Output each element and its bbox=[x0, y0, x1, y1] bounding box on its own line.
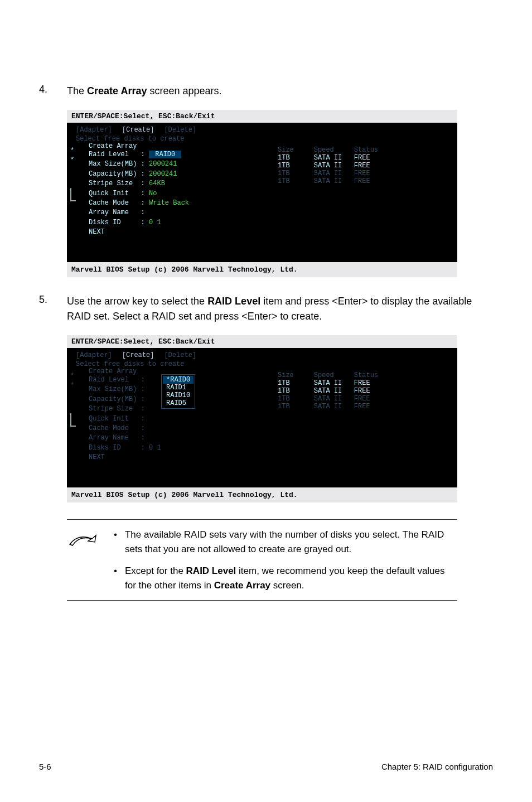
field-label: Quick Init bbox=[89, 415, 137, 423]
bold-text: Create Array bbox=[214, 580, 270, 591]
text: screen. bbox=[270, 580, 304, 591]
step-text: Use the arrow key to select the RAID Lev… bbox=[67, 294, 493, 324]
field-value: No bbox=[149, 190, 157, 197]
tab-adapter: [Adapter] bbox=[76, 351, 112, 359]
tab-create: [Create] bbox=[122, 126, 154, 134]
field-label: Stripe Size bbox=[89, 180, 137, 187]
bold-text: RAID Level bbox=[207, 296, 260, 307]
field-label: Array Name bbox=[89, 434, 137, 442]
bios-bottom-line: Marvell BIOS Setup (c) 2006 Marvell Tech… bbox=[67, 487, 457, 503]
star-marker: * bbox=[70, 146, 74, 156]
field-label: Disks ID bbox=[89, 444, 137, 452]
array-title: Create Array bbox=[88, 368, 138, 375]
text: Except for the bbox=[125, 566, 186, 576]
bios-tabs: [Adapter][Create][Delete] bbox=[72, 351, 452, 359]
field-rows: Raid Level : RAID0 Max Size(MB) : 200024… bbox=[89, 150, 266, 238]
disk-row: 1TB SATA II FREE bbox=[278, 162, 448, 170]
field-value-raid-level: RAID0 bbox=[149, 151, 181, 158]
bios-screenshot-1: ENTER/SPACE:Select, ESC:Back/Exit [Adapt… bbox=[67, 110, 457, 277]
disk-row: 1TB SATA II FREE bbox=[278, 154, 448, 162]
bold-text: RAID Level bbox=[186, 566, 236, 576]
disk-list: Size Speed Status 1TB SATA II FREE 1TB S… bbox=[278, 146, 448, 244]
disk-row: 1TB SATA II FREE bbox=[278, 403, 448, 410]
note-bullet: • The available RAID sets vary with the … bbox=[114, 528, 457, 556]
bios-top-hint: ENTER/SPACE:Select, ESC:Back/Exit bbox=[67, 110, 457, 123]
create-array-pane: * * Create Array Raid Level : Max Size(M… bbox=[83, 371, 272, 469]
bios-screenshot-2: ENTER/SPACE:Select, ESC:Back/Exit [Adapt… bbox=[67, 335, 457, 503]
note-text: • The available RAID sets vary with the … bbox=[114, 528, 457, 592]
field-label: Stripe Size bbox=[89, 405, 137, 413]
field-value: Write Back bbox=[149, 199, 189, 207]
disk-row: 1TB SATA II FREE bbox=[278, 379, 448, 387]
array-frame: Create Array Raid Level : RAID0 Max Size… bbox=[83, 146, 272, 244]
create-array-pane: * * Create Array Raid Level : RAID0 Max … bbox=[83, 146, 272, 244]
notch-markers: * * bbox=[70, 146, 79, 201]
step-number: 5. bbox=[39, 294, 67, 324]
text: The bbox=[67, 85, 87, 96]
disk-row: 1TB SATA II FREE bbox=[278, 177, 448, 185]
step-number: 4. bbox=[39, 84, 67, 99]
field-label: Capacity(MB) bbox=[89, 395, 137, 403]
bios-top-hint: ENTER/SPACE:Select, ESC:Back/Exit bbox=[67, 335, 457, 348]
array-title: Create Array bbox=[88, 142, 138, 150]
cut-marker bbox=[70, 188, 76, 201]
dropdown-item-raid5: RAID5 bbox=[163, 399, 194, 407]
bios-dark-area: [Adapter][Create][Delete] Select free di… bbox=[67, 123, 457, 262]
field-label: Max Size(MB) bbox=[89, 385, 137, 393]
text: Use the arrow key to select the bbox=[67, 296, 207, 307]
chapter-title: Chapter 5: RAID configuration bbox=[381, 762, 493, 771]
field-label: Cache Mode bbox=[89, 424, 137, 432]
step-text: The Create Array screen appears. bbox=[67, 84, 222, 99]
raid-dropdown: *RAID0 RAID1 RAID10 RAID5 bbox=[161, 374, 195, 409]
field-label: Array Name bbox=[89, 209, 137, 216]
disk-row: 1TB SATA II FREE bbox=[278, 395, 448, 403]
note-icon bbox=[67, 528, 100, 592]
array-frame: Create Array Raid Level : Max Size(MB) :… bbox=[83, 371, 272, 469]
note-bullet: • Except for the RAID Level item, we rec… bbox=[114, 564, 457, 592]
note-item-text: Except for the RAID Level item, we recom… bbox=[125, 564, 457, 592]
field-label: Quick Init bbox=[89, 190, 137, 197]
text: screen appears. bbox=[147, 85, 221, 96]
tab-delete: [Delete] bbox=[164, 126, 196, 134]
tab-delete: [Delete] bbox=[164, 351, 196, 359]
field-value: 2000241 bbox=[149, 160, 177, 168]
bios-bottom-line: Marvell BIOS Setup (c) 2006 Marvell Tech… bbox=[67, 262, 457, 277]
disk-header: Size Speed Status bbox=[278, 371, 448, 379]
note-block: • The available RAID sets vary with the … bbox=[67, 519, 457, 601]
field-label: Max Size(MB) bbox=[89, 160, 137, 168]
dropdown-item-raid0: *RAID0 bbox=[163, 376, 194, 384]
field-label: Disks ID bbox=[89, 219, 137, 226]
dropdown-item-raid1: RAID1 bbox=[163, 384, 194, 392]
field-label: Raid Level bbox=[89, 376, 137, 384]
star-marker: * bbox=[70, 156, 74, 165]
dropdown-item-raid10: RAID10 bbox=[163, 392, 194, 399]
tab-adapter: [Adapter] bbox=[76, 126, 112, 134]
disk-row: 1TB SATA II FREE bbox=[278, 387, 448, 395]
bullet-icon: • bbox=[114, 564, 117, 592]
bold-text: Create Array bbox=[87, 85, 147, 96]
tab-create: [Create] bbox=[122, 351, 154, 359]
bios-tabs: [Adapter][Create][Delete] bbox=[72, 126, 452, 134]
bios-dark-area: [Adapter][Create][Delete] Select free di… bbox=[67, 348, 457, 487]
disk-list: Size Speed Status 1TB SATA II FREE 1TB S… bbox=[278, 371, 448, 469]
field-value: 64KB bbox=[149, 180, 165, 187]
disk-row: 1TB SATA II FREE bbox=[278, 170, 448, 177]
next-label: NEXT bbox=[89, 453, 105, 461]
field-value: 0 1 bbox=[149, 444, 161, 452]
field-label: Capacity(MB) bbox=[89, 170, 137, 178]
field-value: 2000241 bbox=[149, 170, 177, 178]
field-label: Cache Mode bbox=[89, 199, 137, 207]
bullet-icon: • bbox=[114, 528, 117, 556]
step-4: 4. The Create Array screen appears. bbox=[39, 84, 493, 99]
star-marker: * bbox=[70, 381, 74, 390]
step-5: 5. Use the arrow key to select the RAID … bbox=[39, 294, 493, 324]
page-number: 5-6 bbox=[39, 762, 51, 771]
disk-header: Size Speed Status bbox=[278, 146, 448, 154]
page-footer: 5-6 Chapter 5: RAID configuration bbox=[39, 762, 493, 771]
next-label: NEXT bbox=[89, 228, 105, 236]
notch-markers: * * bbox=[70, 371, 79, 427]
star-marker: * bbox=[70, 371, 74, 381]
cut-marker bbox=[70, 413, 76, 427]
field-value: 0 1 bbox=[149, 219, 161, 226]
field-label: Raid Level bbox=[89, 151, 137, 158]
